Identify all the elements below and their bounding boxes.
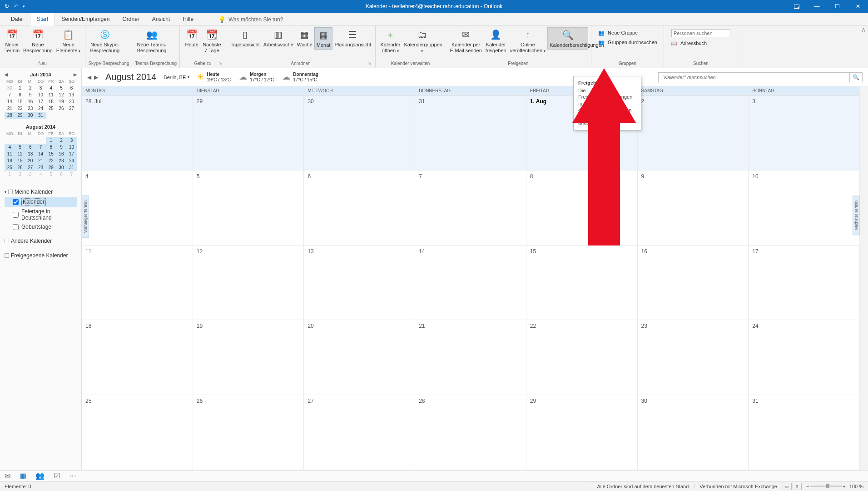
mini-cal-day[interactable]: 14 xyxy=(35,150,46,157)
new-skype-meeting-button[interactable]: Ⓢ Neue Skype-Besprechung xyxy=(88,27,121,55)
mini-cal-day[interactable]: 7 xyxy=(5,91,15,98)
next-month-icon[interactable]: ▶ xyxy=(94,74,98,80)
mini-cal-day[interactable]: 25 xyxy=(5,164,15,171)
mini-cal-day[interactable]: 18 xyxy=(5,157,15,164)
mini-cal-day[interactable]: 22 xyxy=(46,157,56,164)
mini-cal-day[interactable]: 28 xyxy=(5,112,15,119)
mini-cal-day[interactable]: 27 xyxy=(25,164,35,171)
mini-cal-day[interactable]: 1 xyxy=(5,171,15,178)
day-cell[interactable]: 20 xyxy=(304,320,415,395)
calendar-checkbox[interactable] xyxy=(13,224,19,230)
tab-view[interactable]: Ansicht xyxy=(146,13,176,25)
tab-folder[interactable]: Ordner xyxy=(116,13,145,25)
day-cell[interactable]: 25 xyxy=(82,395,193,470)
mini-cal-day[interactable]: 7 xyxy=(66,171,77,178)
view-reading-icon[interactable]: ▯ xyxy=(793,483,802,490)
zoom-out-icon[interactable]: − xyxy=(806,484,809,489)
shared-calendars-group[interactable]: Freigegebene Kalender xyxy=(5,251,77,261)
share-calendar-button[interactable]: 👤 Kalenderfreigeben xyxy=(484,27,508,55)
day-cell[interactable]: 6 xyxy=(304,170,415,246)
calendar-groups-button[interactable]: 🗂 Kalendergruppen▾ xyxy=(402,27,442,55)
day-cell[interactable]: 31 xyxy=(415,95,526,170)
mini-cal-day[interactable]: 30 xyxy=(25,112,35,119)
view-normal-icon[interactable]: ▭ xyxy=(783,483,792,490)
mini-cal-day[interactable]: 15 xyxy=(15,98,25,105)
mini-cal-day[interactable]: 12 xyxy=(15,150,25,157)
weather-today[interactable]: ☀ Heute19°C / 13°C xyxy=(197,72,231,83)
mini-cal-day[interactable]: 5 xyxy=(15,144,25,150)
people-icon[interactable]: 👥 xyxy=(35,471,45,480)
mini-cal-day[interactable]: 6 xyxy=(56,171,67,178)
mini-cal-day[interactable]: 8 xyxy=(46,144,56,150)
mini-cal-prev-icon[interactable]: ◀ xyxy=(5,72,8,77)
mini-cal-day[interactable]: 13 xyxy=(66,91,77,98)
mini-cal-day[interactable]: 29 xyxy=(15,112,25,119)
mini-cal-day[interactable]: 24 xyxy=(66,157,77,164)
mini-cal-day[interactable]: 21 xyxy=(35,157,46,164)
tab-send-receive[interactable]: Senden/Empfangen xyxy=(55,13,116,25)
my-calendars-group[interactable]: ▾ Meine Kalender xyxy=(5,187,77,197)
day-cell[interactable]: 28. Jul xyxy=(82,95,193,170)
mini-cal-day[interactable] xyxy=(46,112,56,119)
close-button[interactable]: ✕ xyxy=(848,0,868,13)
today-button[interactable]: 📅 Heute xyxy=(183,27,201,49)
mini-cal-day[interactable]: 22 xyxy=(15,105,25,112)
work-week-button[interactable]: ▥ Arbeitswoche xyxy=(262,27,295,49)
calendar-item-holidays[interactable]: Feiertage in Deutschland xyxy=(5,207,77,222)
mini-cal-day[interactable]: 13 xyxy=(25,150,35,157)
day-cell[interactable]: 24 xyxy=(749,320,860,395)
mini-cal-day[interactable]: 12 xyxy=(56,91,67,98)
tell-me-box[interactable]: 💡 Was möchten Sie tun? xyxy=(213,14,288,25)
new-group-button[interactable]: 👥 Neue Gruppe xyxy=(596,28,659,37)
mini-cal-day[interactable]: 11 xyxy=(46,91,56,98)
mini-cal-day[interactable]: 4 xyxy=(35,171,46,178)
day-cell[interactable]: 18 xyxy=(82,320,193,395)
tab-help[interactable]: Hilfe xyxy=(176,13,200,25)
schedule-view-button[interactable]: ☰ Planungsansicht xyxy=(332,27,372,49)
other-calendars-group[interactable]: Andere Kalender xyxy=(5,236,77,246)
mini-cal-day[interactable]: 4 xyxy=(46,85,56,91)
mini-cal-day[interactable]: 19 xyxy=(15,157,25,164)
mini-cal-day[interactable]: 3 xyxy=(25,171,35,178)
group-launcher-icon[interactable]: ↘ xyxy=(368,61,372,65)
calendar-item-birthdays[interactable]: Geburtstage xyxy=(5,222,77,231)
calendar-search-input[interactable] xyxy=(658,72,850,82)
mini-cal-day[interactable]: 19 xyxy=(56,98,67,105)
publish-online-button[interactable]: ↑ Onlineveröffentlichen ▾ xyxy=(508,27,547,55)
mini-cal-day[interactable] xyxy=(5,137,15,144)
mini-cal-day[interactable]: 23 xyxy=(25,105,35,112)
search-people-input[interactable] xyxy=(671,29,730,37)
mini-cal-day[interactable]: 3 xyxy=(66,137,77,144)
calendar-checkbox[interactable] xyxy=(13,199,19,205)
mini-cal-day[interactable]: 23 xyxy=(56,157,67,164)
mini-cal-day[interactable]: 2 xyxy=(25,85,35,91)
day-cell[interactable]: 12 xyxy=(193,246,304,321)
zoom-slider[interactable] xyxy=(810,486,842,487)
more-icon[interactable]: ⋯ xyxy=(69,471,76,480)
mini-cal-day[interactable]: 6 xyxy=(25,144,35,150)
mini-cal-day[interactable]: 9 xyxy=(56,144,67,150)
mini-cal-day[interactable]: 20 xyxy=(25,157,35,164)
location-dropdown[interactable]: Berlin, BE ▾ xyxy=(164,75,189,80)
mini-cal-day[interactable]: 17 xyxy=(66,150,77,157)
mini-cal-day[interactable]: 30 xyxy=(5,85,15,91)
mini-cal-day[interactable] xyxy=(25,137,35,144)
day-cell[interactable]: 22 xyxy=(526,320,638,395)
day-cell[interactable]: 11 xyxy=(82,246,193,321)
day-view-button[interactable]: ▯ Tagesansicht xyxy=(229,27,262,49)
next-7-days-button[interactable]: 📆 Nächste7 Tage xyxy=(201,27,223,55)
day-cell[interactable]: 23 xyxy=(638,320,749,395)
mini-cal-day[interactable]: 10 xyxy=(35,91,46,98)
mini-cal-day[interactable]: 31 xyxy=(66,164,77,171)
mini-cal-day[interactable]: 29 xyxy=(46,164,56,171)
mini-cal-day[interactable]: 26 xyxy=(56,105,67,112)
day-cell[interactable]: 2 xyxy=(638,95,749,170)
day-cell[interactable]: 7 xyxy=(415,170,526,246)
mini-cal-day[interactable]: 9 xyxy=(25,91,35,98)
day-cell[interactable]: 29 xyxy=(193,95,304,170)
weather-tomorrow[interactable]: ☁ Morgen17°C / 12°C xyxy=(239,72,274,83)
day-cell[interactable]: 29 xyxy=(526,395,638,470)
day-cell[interactable]: 13 xyxy=(304,246,415,321)
day-cell[interactable]: 17 xyxy=(749,246,860,321)
zoom-in-icon[interactable]: + xyxy=(843,484,845,489)
